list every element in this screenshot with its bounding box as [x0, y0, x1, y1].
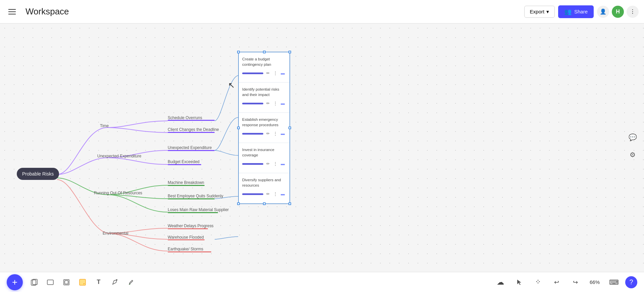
subbranch-unexp-exp [168, 150, 215, 151]
undo-button[interactable]: ↩ [549, 275, 564, 290]
share-button[interactable]: 👥 Share [558, 5, 594, 18]
settings-icon[interactable]: ⚙ [627, 149, 639, 161]
share-label: Share [574, 9, 588, 14]
card-1-more[interactable]: ⋮ [272, 70, 279, 77]
card-1-actions: ✏ ⋮ ▬ [265, 70, 286, 77]
marker-icon [127, 279, 135, 286]
label-machine-breakdown[interactable]: Machine Breakdown [168, 180, 204, 185]
sticky-icon [79, 279, 86, 286]
redo-button[interactable]: ↪ [568, 275, 583, 290]
card-3-more[interactable]: ⋮ [272, 130, 279, 137]
card-2: Identify potential risks and their impac… [239, 83, 289, 113]
canvas: Probable Risks Time Schedule Overruns Cl… [0, 23, 644, 272]
marker-tool[interactable] [123, 275, 138, 290]
rectangle-tool[interactable] [43, 275, 58, 290]
share-icon: 👥 [564, 8, 572, 15]
label-schedule-overruns[interactable]: Schedule Overruns [168, 115, 202, 120]
chevron-down-icon: ▾ [546, 9, 549, 15]
selection-handle-ml[interactable] [237, 127, 240, 129]
center-node-label: Probable Risks [22, 171, 54, 177]
label-warehouse[interactable]: Warehouse Flooded [168, 235, 204, 240]
subbranch-machine [168, 185, 205, 186]
selection-handle-br[interactable] [288, 202, 291, 205]
card-4-bar-row: ✏ ⋮ ▬ [242, 160, 286, 167]
more-options-button[interactable]: ⋮ [627, 6, 639, 18]
pages-icon [31, 279, 38, 286]
branch-resources[interactable]: Running Out Of Resources [94, 191, 142, 195]
selection-handle-mr[interactable] [288, 127, 291, 129]
label-budget-exceeded[interactable]: Budget Exceeded [168, 159, 200, 164]
branch-unexpected[interactable]: Unexpected Expenditure [97, 154, 141, 158]
svg-rect-5 [79, 279, 86, 285]
card-5-bar [242, 193, 263, 195]
card-5-more[interactable]: ⋮ [272, 191, 279, 197]
branch-environmental[interactable]: Environmental [103, 231, 128, 236]
export-label: Export [530, 9, 544, 14]
mindmap-svg [0, 23, 644, 272]
label-unexpected-exp[interactable]: Unexpected Expenditure [168, 145, 212, 150]
text-tool[interactable]: T [91, 275, 106, 290]
label-loses-supplier[interactable]: Loses Main Raw Material Supplier [168, 207, 229, 212]
card-1-text: Create a budget contingency plan [242, 56, 286, 67]
card-1-edit[interactable]: ✏ [265, 70, 271, 77]
selection-handle-bm[interactable] [263, 202, 266, 205]
card-4: Invest in insurance coverage ✏ ⋮ ▬ [239, 143, 289, 173]
svg-rect-2 [47, 280, 53, 285]
card-3-text: Establish emergency response procedures [242, 117, 286, 128]
pages-tool[interactable] [27, 275, 42, 290]
card-2-more[interactable]: ⋮ [272, 100, 279, 107]
move-icon [535, 279, 541, 286]
card-2-edit[interactable]: ✏ [265, 100, 271, 107]
select-tool[interactable] [512, 275, 527, 290]
svg-rect-4 [65, 281, 68, 284]
center-node[interactable]: Probable Risks [17, 168, 59, 180]
zoom-level[interactable]: 66% [587, 278, 602, 286]
card-5-edit[interactable]: ✏ [265, 191, 271, 197]
label-client-deadline[interactable]: Client Changes the Deadline [168, 127, 219, 132]
header: Workspace Export ▾ 👥 Share 👤 H ⋮ [0, 0, 644, 23]
card-3-actions: ✏ ⋮ ▬ [265, 130, 286, 137]
pen-tool[interactable] [107, 275, 122, 290]
menu-button[interactable] [5, 5, 19, 18]
keyboard-button[interactable]: ⌨ [606, 275, 621, 290]
add-button[interactable]: + [7, 274, 23, 290]
card-4-more[interactable]: ⋮ [272, 160, 279, 167]
chat-icon[interactable]: 💬 [627, 131, 639, 143]
subbranch-supplier [168, 212, 218, 213]
move-tool[interactable] [531, 275, 545, 290]
card-2-resize[interactable]: ▬ [279, 100, 286, 107]
branch-time[interactable]: Time [100, 124, 109, 128]
subbranch-weather [168, 228, 208, 229]
card-5-resize[interactable]: ▬ [279, 191, 286, 197]
label-earthquake[interactable]: Earthquake/ Storms [168, 247, 203, 251]
help-button[interactable]: ? [625, 276, 637, 288]
card-2-actions: ✏ ⋮ ▬ [265, 100, 286, 107]
card-3-edit[interactable]: ✏ [265, 130, 271, 137]
subbranch-earthquake [168, 251, 211, 252]
user-controls: 👤 H ⋮ [597, 6, 639, 18]
cards-panel: Create a budget contingency plan ✏ ⋮ ▬ I… [238, 52, 290, 204]
avatar[interactable]: H [612, 6, 624, 18]
card-4-resize[interactable]: ▬ [279, 160, 286, 167]
card-3-resize[interactable]: ▬ [279, 130, 286, 137]
rectangle-icon [47, 279, 54, 286]
card-3-bar [242, 133, 263, 135]
hamburger-icon [8, 9, 16, 14]
card-3-bar-row: ✏ ⋮ ▬ [242, 130, 286, 137]
collaborators-button[interactable]: 👤 [597, 6, 609, 18]
frame-tool-bottom[interactable] [59, 275, 74, 290]
export-button[interactable]: Export ▾ [524, 6, 555, 18]
header-controls: Export ▾ 👥 Share 👤 H ⋮ [524, 5, 639, 18]
label-best-employee[interactable]: Best Employee Quits Suddenly [168, 194, 223, 198]
label-weather[interactable]: Weather Delays Progress [168, 224, 214, 228]
card-1-resize[interactable]: ▬ [279, 70, 286, 77]
selection-handle-bl[interactable] [237, 202, 240, 205]
card-5-bar-row: ✏ ⋮ ▬ [242, 191, 286, 197]
cloud-icon[interactable]: ☁ [493, 275, 508, 290]
card-2-bar-row: ✏ ⋮ ▬ [242, 100, 286, 107]
bottom-toolbar: + T ☁ [0, 272, 644, 292]
cursor: ↖ [228, 81, 235, 90]
card-4-edit[interactable]: ✏ [265, 160, 271, 167]
card-4-text: Invest in insurance coverage [242, 147, 286, 158]
sticky-tool[interactable] [75, 275, 90, 290]
